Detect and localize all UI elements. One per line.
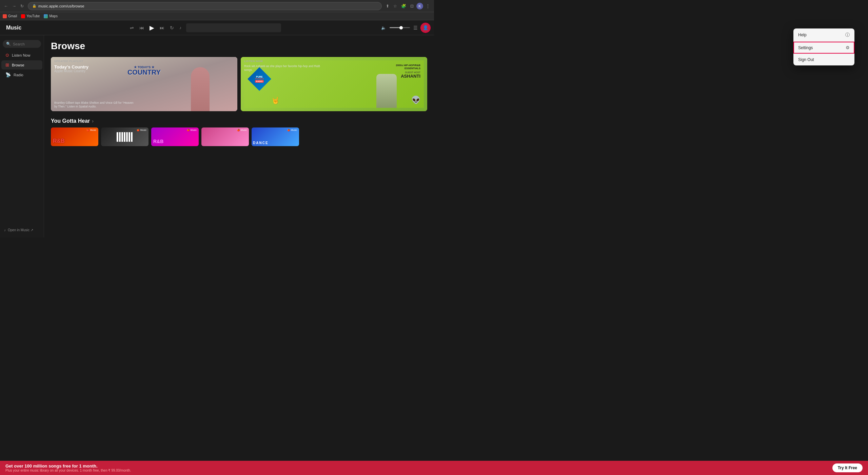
you-gotta-hear-arrow[interactable]: › [92,118,94,124]
radio-icon: 📡 [5,72,11,77]
volume-fill [390,27,400,28]
you-gotta-hear-cards: 🍎 Music R&B 🍎 Music 🍎 Music [51,127,427,146]
search-icon: 🔍 [6,42,11,46]
bookmarks-bar: Gmail YouTube Maps [0,12,434,20]
radio-card-label: LISTEN NOW [244,60,263,63]
user-account-button[interactable]: 👤 [421,23,430,32]
volume-thumb [399,26,403,29]
country-card-title: Today's Country [54,64,88,70]
main-area: 🔍 ⊙ Listen Now ⊞ Browse 📡 Radio ♪ Open i… [0,35,434,237]
youtube-icon [21,14,25,18]
apple-music-logo: Music [4,25,48,31]
featured-row: ★ TODAY'S ★ COUNTRY UPDATED PLAYLIST Tod… [51,57,427,111]
extensions-button[interactable]: 🧩 [400,3,408,9]
header-right: 🔈 ☰ 👤 [362,23,430,32]
search-container: 🔍 [0,38,44,50]
list-item[interactable]: 🍎 Music R&B [151,127,199,146]
sidebar-item-radio[interactable]: 📡 Radio [1,70,42,79]
volume-icon: 🔈 [381,25,386,30]
nav-buttons: ← → ↻ [3,3,25,9]
music-note-icon: ♪ [179,25,182,31]
radio-card-description: Rock wit Ashanti as she plays her favori… [244,64,326,72]
page-title: Browse [51,41,427,52]
listen-now-icon: ⊙ [5,53,9,58]
maps-label: Maps [49,14,57,18]
open-in-music-button[interactable]: ♪ Open in Music ↗ [0,225,44,235]
browse-icon: ⊞ [5,62,9,67]
share-button[interactable]: ⬆ [384,3,391,9]
sidebar-item-browse[interactable]: ⊞ Browse [1,60,42,70]
open-in-music-label: Open in Music ↗ [8,228,33,232]
music-header: Music ⇌ ⏮ ▶ ⏭ ↻ ♪ 🔈 ☰ 👤 [0,20,434,35]
card-label: 🍎 Music [237,129,247,132]
sidebar-item-listen-now[interactable]: ⊙ Listen Now [1,51,42,60]
country-card-subtitle: Apple Music Country [54,69,85,73]
menu-button[interactable]: ⋮ [425,3,431,9]
music-logo-text: Music [6,25,21,31]
repeat-button[interactable]: ↻ [169,24,175,31]
country-card-caption: Brantley Gilbert taps Blake Shelton and … [54,101,136,108]
next-button[interactable]: ⏭ [159,24,165,31]
queue-button[interactable]: ☰ [413,25,418,31]
forward-button[interactable]: → [11,3,18,9]
bookmark-youtube[interactable]: YouTube [21,14,40,18]
list-item[interactable]: 🍎 Music [101,127,149,146]
back-button[interactable]: ← [3,3,9,9]
browser-actions: ⬆ ☆ 🧩 ⊡ K ⋮ [384,3,431,9]
content-area: Browse ★ TODAY'S ★ COUNTRY [44,35,434,237]
address-bar[interactable]: 🔒 music.apple.com/us/browse [28,2,382,10]
card-label: 🍎 Music [187,129,197,132]
user-profile-button[interactable]: K [416,3,423,9]
now-playing-bar [186,23,281,32]
prev-button[interactable]: ⏮ [139,24,145,31]
bookmark-button[interactable]: ☆ [392,3,398,9]
list-item[interactable]: 🍎 Music R&B [51,127,98,146]
radio-featured-card[interactable]: PURE Throwback RADIO 2000s HIP-HOP/R&B E… [241,57,427,111]
player-controls: ⇌ ⏮ ▶ ⏭ ↻ ♪ [48,23,362,32]
url-text: music.apple.com/us/browse [38,4,84,8]
card-label: 🍎 Music [86,129,96,132]
browse-label: Browse [12,63,24,67]
bookmark-maps[interactable]: Maps [44,14,57,18]
search-box[interactable]: 🔍 [3,40,41,48]
play-button[interactable]: ▶ [149,23,155,32]
music-note-small-icon: ♪ [4,228,6,232]
app-container: Music ⇌ ⏮ ▶ ⏭ ↻ ♪ 🔈 ☰ 👤 [0,20,434,237]
sidebar: 🔍 ⊙ Listen Now ⊞ Browse 📡 Radio ♪ Open i… [0,35,44,237]
refresh-button[interactable]: ↻ [19,3,25,9]
search-input[interactable] [13,42,38,46]
browser-chrome: ← → ↻ 🔒 music.apple.com/us/browse ⬆ ☆ 🧩 … [0,0,434,12]
listen-now-label: Listen Now [12,53,30,57]
list-item[interactable]: 🍎 Music [201,127,249,146]
you-gotta-hear-header: You Gotta Hear › [51,118,427,124]
maps-icon [44,14,48,18]
bookmark-gmail[interactable]: Gmail [3,14,17,18]
volume-slider[interactable] [390,27,410,28]
you-gotta-hear-title: You Gotta Hear [51,118,90,124]
radio-label: Radio [14,73,23,77]
gmail-label: Gmail [8,14,17,18]
sidebar-toggle-button[interactable]: ⊡ [409,3,415,9]
gmail-icon [3,14,7,18]
list-item[interactable]: 🍎 Music DANCE [252,127,299,146]
card-label: 🍎 Music [287,129,297,132]
user-icon: 👤 [423,25,428,30]
country-card-label: UPDATED PLAYLIST [54,60,83,63]
youtube-label: YouTube [26,14,40,18]
country-featured-card[interactable]: ★ TODAY'S ★ COUNTRY UPDATED PLAYLIST Tod… [51,57,237,111]
shuffle-button[interactable]: ⇌ [129,24,135,31]
